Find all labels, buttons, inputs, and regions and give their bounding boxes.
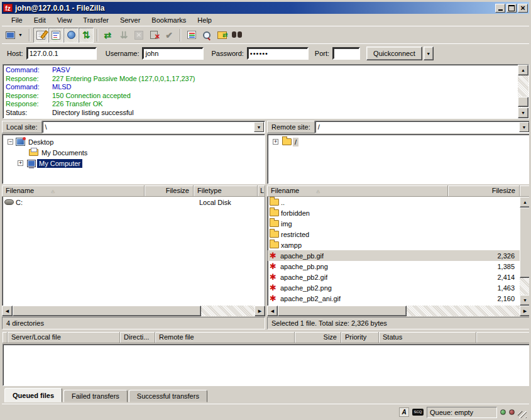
cancel-operation-button[interactable]: ✕: [131, 28, 146, 43]
file-row[interactable]: ✱apache_pb2.png1,463: [268, 282, 520, 293]
reconnect-button[interactable]: ✔: [161, 28, 177, 43]
toggle-message-log-button[interactable]: [33, 28, 48, 43]
filter-button[interactable]: [184, 28, 199, 43]
close-button[interactable]: [518, 4, 528, 13]
quickconnect-dropdown-button[interactable]: ▼: [424, 47, 434, 60]
tab-successful-transfers[interactable]: Successful transfers: [129, 390, 207, 402]
folder-icon: [270, 199, 279, 206]
toolbar-separator: [29, 29, 30, 41]
file-row[interactable]: ✱apache_pb2_ani.gif2,160: [268, 293, 520, 304]
file-row[interactable]: img: [268, 218, 520, 229]
tree-item-my-computer[interactable]: My Computer: [3, 158, 265, 169]
file-name: xampp: [281, 241, 302, 249]
column-header-filename[interactable]: Filename▲: [267, 185, 448, 197]
tree-item-root[interactable]: /: [268, 136, 530, 147]
local-horizontal-scrollbar[interactable]: ◀ ▶: [2, 306, 265, 316]
process-queue-button[interactable]: ⇊: [116, 28, 131, 43]
resize-grip[interactable]: [518, 411, 527, 420]
file-row-selected[interactable]: ✱apache_pb.gif2,326: [268, 250, 520, 261]
file-row[interactable]: ..: [268, 197, 520, 207]
queue-list[interactable]: [3, 344, 531, 386]
scroll-left-icon[interactable]: ◀: [2, 306, 13, 316]
scroll-left-icon[interactable]: ◀: [267, 306, 278, 316]
chevron-down-icon[interactable]: ▼: [254, 122, 264, 132]
directory-comparison-button[interactable]: [199, 28, 214, 43]
password-input[interactable]: [247, 47, 309, 60]
file-row[interactable]: restricted: [268, 229, 520, 240]
menu-bookmarks[interactable]: Bookmarks: [146, 15, 192, 25]
column-header-filetype[interactable]: Filetype: [194, 185, 258, 197]
scrollbar-track[interactable]: [520, 278, 530, 295]
column-header-filesize[interactable]: Filesize: [448, 185, 520, 197]
tab-failed-transfers[interactable]: Failed transfers: [63, 390, 128, 402]
file-name: forbidden: [281, 209, 310, 217]
username-input[interactable]: [142, 47, 204, 60]
column-header-status[interactable]: Status: [379, 332, 476, 343]
scrollbar-track[interactable]: [407, 306, 520, 316]
collapse-icon[interactable]: [8, 139, 13, 145]
file-row[interactable]: C: Local Disk: [3, 197, 265, 207]
synchronized-browsing-button[interactable]: [214, 28, 229, 43]
quickconnect-button[interactable]: Quickconnect: [366, 47, 422, 60]
remote-list-vertical-scrollbar[interactable]: ▲ ▼: [520, 197, 530, 306]
site-manager-button[interactable]: ▼: [4, 28, 26, 43]
file-name: ..: [281, 199, 285, 206]
column-header-last-modified[interactable]: L: [258, 185, 265, 197]
my-documents-icon: [29, 149, 38, 156]
scroll-down-icon[interactable]: ▼: [520, 295, 530, 306]
file-row[interactable]: ✱apache_pb2.gif2,414: [268, 272, 520, 282]
column-header-direction[interactable]: Directi...: [120, 332, 155, 343]
title-bar[interactable]: fz john@127.0.0.1 - FileZilla: [2, 2, 529, 14]
tree-item-my-documents[interactable]: My Documents: [3, 147, 265, 158]
toggle-remote-tree-button[interactable]: [63, 28, 79, 43]
menu-transfer[interactable]: Transfer: [77, 15, 114, 25]
image-file-icon: ✱: [270, 251, 278, 260]
toggle-queue-button[interactable]: ⇅: [79, 28, 94, 43]
filezilla-logo-icon: fz: [3, 4, 13, 12]
chevron-down-icon[interactable]: ▼: [519, 122, 529, 132]
menu-view[interactable]: View: [52, 15, 78, 25]
tab-queued-files[interactable]: Queued files: [4, 388, 62, 402]
scrollbar-thumb[interactable]: [520, 207, 530, 278]
log-vertical-scrollbar[interactable]: ▲ ▼: [518, 65, 528, 118]
find-files-button[interactable]: [229, 28, 244, 43]
scroll-right-icon[interactable]: ▶: [255, 306, 265, 316]
scroll-up-icon[interactable]: ▲: [520, 197, 530, 207]
column-header-remote-file[interactable]: Remote file: [155, 332, 295, 343]
log-label: Status:: [6, 109, 52, 118]
menu-help[interactable]: Help: [192, 15, 217, 25]
column-header-filesize[interactable]: Filesize: [145, 185, 194, 197]
tree-item-desktop[interactable]: Desktop: [3, 136, 265, 147]
menu-server[interactable]: Server: [114, 15, 146, 25]
port-input[interactable]: [332, 47, 360, 60]
refresh-button[interactable]: [101, 28, 116, 43]
expand-icon[interactable]: [18, 160, 23, 166]
scroll-down-icon[interactable]: ▼: [518, 108, 528, 118]
column-header-filename[interactable]: Filename▲: [2, 185, 145, 197]
remote-horizontal-scrollbar[interactable]: ◀ ▶: [267, 306, 530, 316]
column-header-priority[interactable]: Priority: [341, 332, 379, 343]
disconnect-button[interactable]: [146, 28, 161, 43]
file-name: C:: [16, 199, 145, 206]
menu-file[interactable]: File: [6, 15, 28, 25]
remote-site-combo[interactable]: / ▼: [315, 121, 530, 133]
local-status-text: 4 directories: [2, 317, 265, 329]
toggle-local-tree-button[interactable]: [48, 28, 63, 43]
file-row[interactable]: ✱apache_pb.png1,385: [268, 261, 520, 272]
column-header-server-local-file[interactable]: Server/Local file: [8, 332, 120, 343]
host-input[interactable]: [26, 47, 97, 60]
column-header-size[interactable]: Size: [295, 332, 341, 343]
scroll-right-icon[interactable]: ▶: [520, 306, 530, 316]
file-row[interactable]: forbidden: [268, 207, 520, 218]
menu-edit[interactable]: Edit: [28, 15, 52, 25]
local-site-combo[interactable]: \ ▼: [42, 121, 265, 133]
file-row[interactable]: xampp: [268, 240, 520, 250]
minimize-button[interactable]: [495, 4, 505, 13]
scrollbar-track[interactable]: [201, 306, 255, 316]
scroll-up-icon[interactable]: ▲: [518, 65, 528, 75]
scrollbar-thumb[interactable]: [13, 306, 201, 316]
maximize-button[interactable]: [506, 4, 517, 13]
scrollbar-thumb[interactable]: [278, 306, 407, 316]
expand-icon[interactable]: [273, 139, 278, 145]
scrollbar-thumb[interactable]: [518, 97, 528, 107]
